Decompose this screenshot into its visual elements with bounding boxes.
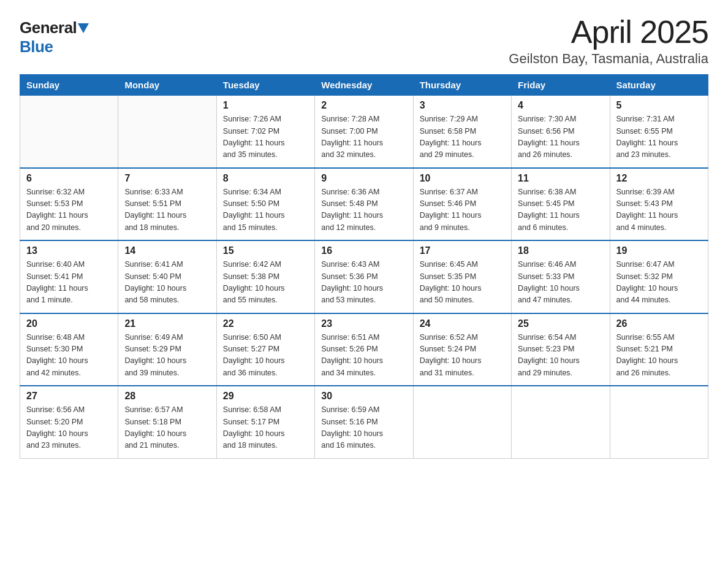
calendar-cell: 5Sunrise: 7:31 AMSunset: 6:55 PMDaylight… xyxy=(610,96,708,168)
calendar-cell: 1Sunrise: 7:26 AMSunset: 7:02 PMDaylight… xyxy=(216,96,314,168)
day-info: Sunrise: 6:46 AMSunset: 5:33 PMDaylight:… xyxy=(518,259,603,307)
day-info: Sunrise: 6:58 AMSunset: 5:17 PMDaylight:… xyxy=(223,404,308,452)
calendar-cell: 14Sunrise: 6:41 AMSunset: 5:40 PMDayligh… xyxy=(118,240,216,313)
logo-triangle-icon xyxy=(78,23,89,33)
weekday-header-friday: Friday xyxy=(512,75,610,96)
day-info: Sunrise: 6:42 AMSunset: 5:38 PMDaylight:… xyxy=(223,259,308,307)
day-info: Sunrise: 6:57 AMSunset: 5:18 PMDaylight:… xyxy=(124,404,210,452)
day-info: Sunrise: 6:40 AMSunset: 5:41 PMDaylight:… xyxy=(26,259,112,307)
calendar-cell: 10Sunrise: 6:37 AMSunset: 5:46 PMDayligh… xyxy=(413,168,511,241)
day-info: Sunrise: 6:48 AMSunset: 5:30 PMDaylight:… xyxy=(26,332,112,380)
calendar-cell: 21Sunrise: 6:49 AMSunset: 5:29 PMDayligh… xyxy=(118,313,216,386)
calendar-table: SundayMondayTuesdayWednesdayThursdayFrid… xyxy=(20,74,708,459)
day-info: Sunrise: 6:41 AMSunset: 5:40 PMDaylight:… xyxy=(124,259,210,307)
day-number: 14 xyxy=(124,245,210,256)
calendar-cell: 3Sunrise: 7:29 AMSunset: 6:58 PMDaylight… xyxy=(413,96,511,168)
calendar-cell: 30Sunrise: 6:59 AMSunset: 5:16 PMDayligh… xyxy=(315,386,413,458)
day-info: Sunrise: 6:32 AMSunset: 5:53 PMDaylight:… xyxy=(26,186,112,234)
logo-icon: General Blue xyxy=(20,18,89,56)
logo: General Blue xyxy=(20,18,89,56)
day-info: Sunrise: 6:38 AMSunset: 5:45 PMDaylight:… xyxy=(518,186,603,234)
calendar-cell: 20Sunrise: 6:48 AMSunset: 5:30 PMDayligh… xyxy=(20,313,118,386)
logo-blue-text: Blue xyxy=(20,37,53,56)
weekday-header-sunday: Sunday xyxy=(20,75,118,96)
day-number: 5 xyxy=(616,100,702,111)
day-info: Sunrise: 6:52 AMSunset: 5:24 PMDaylight:… xyxy=(420,332,505,380)
calendar-week-row: 6Sunrise: 6:32 AMSunset: 5:53 PMDaylight… xyxy=(20,168,708,241)
weekday-header-saturday: Saturday xyxy=(610,75,708,96)
calendar-cell: 26Sunrise: 6:55 AMSunset: 5:21 PMDayligh… xyxy=(610,313,708,386)
calendar-cell: 6Sunrise: 6:32 AMSunset: 5:53 PMDaylight… xyxy=(20,168,118,241)
day-number: 2 xyxy=(321,100,406,111)
day-number: 8 xyxy=(223,173,308,184)
calendar-cell: 16Sunrise: 6:43 AMSunset: 5:36 PMDayligh… xyxy=(315,240,413,313)
weekday-header-tuesday: Tuesday xyxy=(216,75,314,96)
page-header: General Blue April 2025 Geilston Bay, Ta… xyxy=(20,15,708,67)
day-info: Sunrise: 7:31 AMSunset: 6:55 PMDaylight:… xyxy=(616,113,702,161)
day-number: 22 xyxy=(223,318,308,329)
day-number: 7 xyxy=(124,173,210,184)
day-number: 13 xyxy=(26,245,112,256)
day-info: Sunrise: 6:55 AMSunset: 5:21 PMDaylight:… xyxy=(616,332,702,380)
day-number: 15 xyxy=(223,245,308,256)
calendar-cell: 25Sunrise: 6:54 AMSunset: 5:23 PMDayligh… xyxy=(512,313,610,386)
day-number: 25 xyxy=(518,318,603,329)
calendar-cell: 19Sunrise: 6:47 AMSunset: 5:32 PMDayligh… xyxy=(610,240,708,313)
day-info: Sunrise: 6:37 AMSunset: 5:46 PMDaylight:… xyxy=(420,186,505,234)
calendar-week-row: 1Sunrise: 7:26 AMSunset: 7:02 PMDaylight… xyxy=(20,96,708,168)
day-info: Sunrise: 7:29 AMSunset: 6:58 PMDaylight:… xyxy=(420,113,505,161)
day-info: Sunrise: 6:47 AMSunset: 5:32 PMDaylight:… xyxy=(616,259,702,307)
day-number: 23 xyxy=(321,318,406,329)
day-info: Sunrise: 6:59 AMSunset: 5:16 PMDaylight:… xyxy=(321,404,406,452)
day-number: 10 xyxy=(420,173,505,184)
calendar-cell xyxy=(512,386,610,458)
day-number: 20 xyxy=(26,318,112,329)
calendar-cell: 7Sunrise: 6:33 AMSunset: 5:51 PMDaylight… xyxy=(118,168,216,241)
title-block: April 2025 Geilston Bay, Tasmania, Austr… xyxy=(509,15,708,67)
day-number: 6 xyxy=(26,173,112,184)
day-info: Sunrise: 6:36 AMSunset: 5:48 PMDaylight:… xyxy=(321,186,406,234)
calendar-cell xyxy=(118,96,216,168)
day-info: Sunrise: 6:49 AMSunset: 5:29 PMDaylight:… xyxy=(124,332,210,380)
day-number: 29 xyxy=(223,391,308,402)
calendar-cell xyxy=(610,386,708,458)
day-info: Sunrise: 7:26 AMSunset: 7:02 PMDaylight:… xyxy=(223,113,308,161)
svg-marker-0 xyxy=(78,23,89,33)
day-number: 18 xyxy=(518,245,603,256)
day-info: Sunrise: 6:39 AMSunset: 5:43 PMDaylight:… xyxy=(616,186,702,234)
day-number: 17 xyxy=(420,245,505,256)
calendar-title: April 2025 xyxy=(509,15,708,50)
calendar-subtitle: Geilston Bay, Tasmania, Australia xyxy=(509,51,708,67)
weekday-header-wednesday: Wednesday xyxy=(315,75,413,96)
calendar-cell: 27Sunrise: 6:56 AMSunset: 5:20 PMDayligh… xyxy=(20,386,118,458)
calendar-cell: 15Sunrise: 6:42 AMSunset: 5:38 PMDayligh… xyxy=(216,240,314,313)
calendar-cell: 4Sunrise: 7:30 AMSunset: 6:56 PMDaylight… xyxy=(512,96,610,168)
calendar-cell: 22Sunrise: 6:50 AMSunset: 5:27 PMDayligh… xyxy=(216,313,314,386)
calendar-week-row: 20Sunrise: 6:48 AMSunset: 5:30 PMDayligh… xyxy=(20,313,708,386)
day-number: 3 xyxy=(420,100,505,111)
day-number: 19 xyxy=(616,245,702,256)
day-info: Sunrise: 6:51 AMSunset: 5:26 PMDaylight:… xyxy=(321,332,406,380)
day-info: Sunrise: 6:56 AMSunset: 5:20 PMDaylight:… xyxy=(26,404,112,452)
day-info: Sunrise: 6:54 AMSunset: 5:23 PMDaylight:… xyxy=(518,332,603,380)
calendar-cell: 9Sunrise: 6:36 AMSunset: 5:48 PMDaylight… xyxy=(315,168,413,241)
day-info: Sunrise: 6:34 AMSunset: 5:50 PMDaylight:… xyxy=(223,186,308,234)
calendar-cell: 23Sunrise: 6:51 AMSunset: 5:26 PMDayligh… xyxy=(315,313,413,386)
day-number: 4 xyxy=(518,100,603,111)
day-info: Sunrise: 7:30 AMSunset: 6:56 PMDaylight:… xyxy=(518,113,603,161)
calendar-cell: 13Sunrise: 6:40 AMSunset: 5:41 PMDayligh… xyxy=(20,240,118,313)
day-info: Sunrise: 6:50 AMSunset: 5:27 PMDaylight:… xyxy=(223,332,308,380)
day-number: 26 xyxy=(616,318,702,329)
day-number: 30 xyxy=(321,391,406,402)
calendar-cell: 12Sunrise: 6:39 AMSunset: 5:43 PMDayligh… xyxy=(610,168,708,241)
day-number: 1 xyxy=(223,100,308,111)
day-number: 16 xyxy=(321,245,406,256)
day-number: 21 xyxy=(124,318,210,329)
calendar-cell xyxy=(20,96,118,168)
calendar-week-row: 13Sunrise: 6:40 AMSunset: 5:41 PMDayligh… xyxy=(20,240,708,313)
weekday-header-thursday: Thursday xyxy=(413,75,511,96)
calendar-cell: 2Sunrise: 7:28 AMSunset: 7:00 PMDaylight… xyxy=(315,96,413,168)
calendar-cell: 11Sunrise: 6:38 AMSunset: 5:45 PMDayligh… xyxy=(512,168,610,241)
calendar-cell: 17Sunrise: 6:45 AMSunset: 5:35 PMDayligh… xyxy=(413,240,511,313)
weekday-header-monday: Monday xyxy=(118,75,216,96)
